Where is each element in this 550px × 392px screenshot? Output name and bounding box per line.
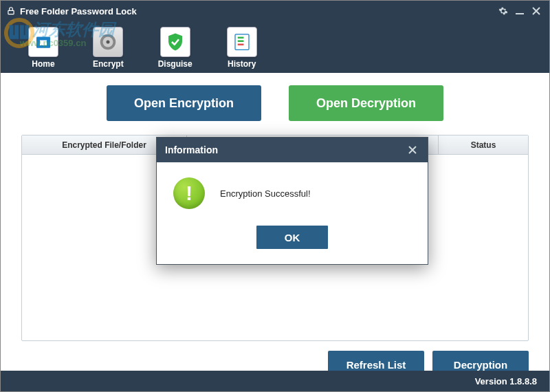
dialog-message: Encryption Successful! xyxy=(220,188,311,199)
info-dialog: Information ! Encryption Successful! OK xyxy=(156,137,428,265)
home-icon xyxy=(28,27,58,57)
lock-icon xyxy=(6,6,16,16)
nav-disguise[interactable]: Disguise xyxy=(158,27,192,69)
version-label: Version 1.8.8.8 xyxy=(475,376,537,386)
safe-icon xyxy=(93,27,123,57)
nav-bar: Home Encrypt Disguise History xyxy=(1,21,549,73)
title-bar: Free Folder Password Lock xyxy=(1,1,549,21)
dialog-footer: OK xyxy=(157,216,428,264)
nav-home[interactable]: Home xyxy=(28,27,58,69)
history-icon xyxy=(227,27,257,57)
close-button[interactable] xyxy=(529,3,544,19)
action-row: Open Encryption Open Decryption xyxy=(21,85,529,121)
svg-rect-1 xyxy=(516,13,524,14)
svg-rect-8 xyxy=(237,37,243,39)
nav-home-label: Home xyxy=(32,59,54,69)
nav-encrypt-label: Encrypt xyxy=(93,59,124,69)
nav-encrypt[interactable]: Encrypt xyxy=(93,27,124,69)
dialog-title: Information xyxy=(165,144,218,155)
dialog-titlebar: Information xyxy=(157,138,428,162)
svg-point-6 xyxy=(107,41,110,44)
nav-history-label: History xyxy=(228,59,256,69)
svg-rect-9 xyxy=(237,41,243,43)
svg-rect-3 xyxy=(40,41,47,46)
dialog-close-button[interactable] xyxy=(406,143,419,157)
dialog-body: ! Encryption Successful! xyxy=(157,162,428,216)
shield-icon xyxy=(160,27,190,57)
minimize-button[interactable] xyxy=(512,3,527,19)
open-encryption-button[interactable]: Open Encryption xyxy=(107,85,261,121)
footer-bar: Version 1.8.8.8 xyxy=(1,371,549,391)
open-decryption-button[interactable]: Open Decryption xyxy=(289,85,443,121)
window-title: Free Folder Password Lock xyxy=(20,6,494,17)
svg-rect-0 xyxy=(8,10,14,14)
settings-icon[interactable] xyxy=(496,3,511,19)
svg-rect-10 xyxy=(237,44,243,46)
nav-history[interactable]: History xyxy=(227,27,257,69)
nav-disguise-label: Disguise xyxy=(158,59,192,69)
col-status: Status xyxy=(439,135,528,154)
ok-button[interactable]: OK xyxy=(256,226,328,249)
success-icon: ! xyxy=(173,177,205,209)
